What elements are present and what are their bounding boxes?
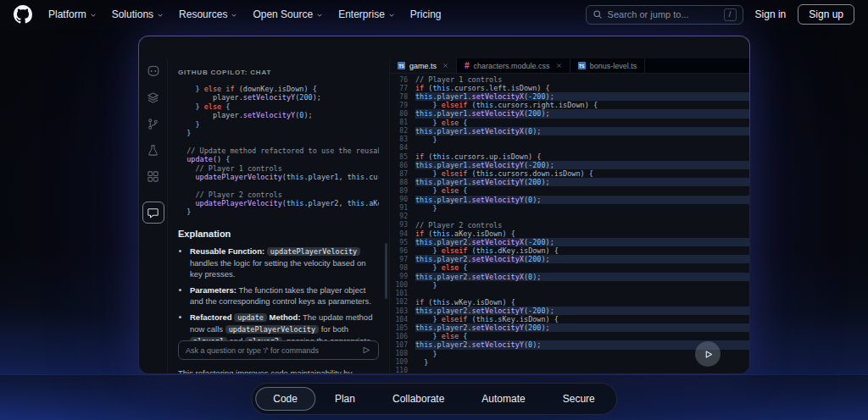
tab-bonus-level-ts[interactable]: TSbonus-level.ts [570,58,646,73]
line-number: 97 [390,256,415,263]
code-text: this.player2.setVelocityX(-200); [415,238,749,246]
close-icon[interactable] [442,63,448,69]
ts-file-icon: TS [398,62,405,69]
git-branch-icon[interactable] [146,116,161,131]
nav-item-resources[interactable]: Resources [171,5,245,24]
send-icon[interactable] [362,345,371,355]
line-number: 76 [390,76,415,84]
sign-in-link[interactable]: Sign in [755,8,787,20]
line-number: 98 [390,264,415,272]
chevron-down-icon [90,12,97,19]
explanation-bullet: Reusable Function: updatePlayerVelocity … [190,246,379,279]
chat-code-line: } else if (downKey.isDown) { [178,85,379,93]
feature-tab-collaborate[interactable]: Collaborate [375,387,462,411]
code-text: } else if (this.sKey.isDown) { [415,315,749,323]
search-box[interactable]: Search or jump to... / [586,5,743,25]
nav-item-platform[interactable]: Platform [41,5,104,24]
tab-label: game.ts [409,62,437,70]
line-number: 103 [390,307,415,315]
chevron-down-icon [388,12,395,19]
chat-panel-title: GITHUB COPILOT: CHAT [178,69,379,76]
chat-code-line: // Player 2 controls [178,191,379,199]
code-line: 104 } else if (this.sKey.isDown) { [390,315,749,323]
code-text: this.player2.setVelocityX(200); [415,255,749,263]
line-number: 109 [390,358,415,366]
line-number: 89 [390,187,415,195]
chat-code-line: // Update method refactored to use the r… [178,146,379,155]
editor-window: GITHUB COPILOT: CHAT } else if (downKey.… [138,36,750,374]
github-logo-icon[interactable] [14,5,32,24]
layers-icon[interactable] [146,90,161,105]
line-number: 101 [390,290,415,297]
tab-characters-module-css[interactable]: #characters.module.css [457,58,570,73]
nav-menu: PlatformSolutionsResourcesOpen SourceEnt… [41,5,449,24]
tab-label: characters.module.css [474,62,550,70]
search-placeholder: Search or jump to... [608,9,719,19]
beaker-icon[interactable] [146,142,161,158]
inline-code: updatePlayerVelocity [267,247,360,256]
line-number: 92 [390,213,415,220]
chat-code-line: updatePlayerVelocity(this.player2, this.… [178,199,379,207]
grid-icon[interactable] [146,169,161,184]
line-number: 78 [390,93,415,101]
search-icon [593,9,603,19]
code-text [415,144,749,152]
code-text: this.player2.setVelocityY(-200); [415,307,749,315]
tab-game-ts[interactable]: TSgame.ts [390,58,457,73]
chat-scrollbar[interactable] [385,243,387,299]
code-line: 110 [390,367,749,373]
nav-item-solutions[interactable]: Solutions [104,5,171,24]
line-number: 99 [390,273,415,280]
chat-code-line [178,137,379,146]
nav-item-enterprise[interactable]: Enterprise [331,5,403,24]
code-text: // Player 2 controls [415,221,749,229]
code-text: } else { [415,186,749,195]
copilot-icon[interactable] [146,64,161,79]
play-button[interactable] [695,341,721,367]
feature-tab-secure[interactable]: Secure [545,387,613,411]
code-line: 98 } else { [390,263,749,272]
code-line: 86 this.player1.setVelocityY(-200); [390,161,749,169]
chat-footer-text: This refactoring improves code maintaina… [178,368,379,373]
code-text: if (this.cursors.left.isDown) { [415,84,749,92]
chat-icon[interactable] [142,202,164,224]
line-number: 102 [390,298,415,306]
chat-code-line: player.setVelocityY(0); [178,111,379,119]
nav-item-open-source[interactable]: Open Source [245,5,331,24]
inline-code: update [234,313,267,322]
close-icon[interactable] [556,63,562,69]
line-number: 110 [390,367,415,373]
code-text: this.player1.setVelocityX(-200); [415,92,749,101]
chat-code-line: } else { [178,102,379,111]
code-line: 81 } else { [390,119,749,127]
code-line: 93 // Player 2 controls [390,221,749,229]
chat-input[interactable]: Ask a question or type '/' for commands [178,340,379,360]
search-shortcut-key: / [724,8,737,21]
code-line: 87 } else if (this.cursors.down.isDown) … [390,169,749,178]
line-number: 80 [390,110,415,118]
line-number: 95 [390,239,415,246]
sign-up-button[interactable]: Sign up [798,4,854,25]
chevron-down-icon [316,12,323,19]
feature-tab-automate[interactable]: Automate [464,387,542,411]
chat-input-placeholder: Ask a question or type '/' for commands [186,346,319,355]
feature-tab-code[interactable]: Code [255,387,315,411]
code-editor[interactable]: 76 // Player 1 controls77 if (this.curso… [390,74,749,373]
code-text: this.player2.setVelocityX(0); [415,273,749,281]
code-text [415,213,749,221]
code-line: 94 if (this.aKey.isDown) { [390,229,749,238]
code-line: 102 if (this.wKey.isDown) { [390,298,749,307]
chat-code-line: player.setVelocityY(200); [178,93,379,102]
window-titlebar [139,36,749,58]
code-text: } else { [415,263,749,272]
line-number: 79 [390,102,415,109]
code-text: this.player2.setVelocityY(200); [415,323,749,332]
code-line: 91 } [390,204,749,213]
ts-file-icon: TS [578,62,586,69]
nav-item-pricing[interactable]: Pricing [403,5,449,24]
code-text: } else if (this.dKey.isDown) { [415,246,749,255]
code-text: } [415,204,749,213]
code-text [415,367,749,373]
feature-tab-plan[interactable]: Plan [317,387,373,411]
line-number: 87 [390,170,415,178]
